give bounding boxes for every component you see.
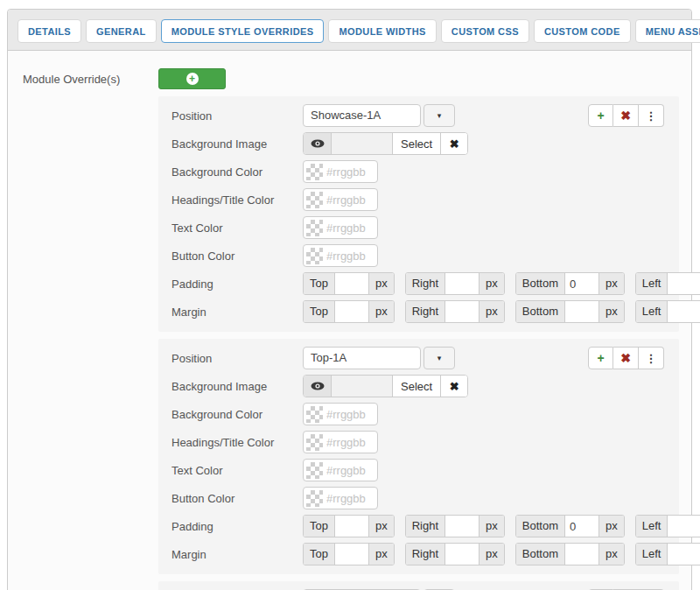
- color-swatch: [306, 220, 323, 236]
- preview-button[interactable]: [304, 133, 332, 154]
- move-row-button[interactable]: ⋮: [639, 104, 664, 127]
- color-swatch: [306, 406, 323, 423]
- margin-left-group: Left px: [635, 543, 700, 565]
- padding-bottom-input[interactable]: [565, 273, 598, 294]
- margin-bottom-group: Bottom px: [515, 543, 625, 565]
- padding-bottom-input[interactable]: [565, 516, 598, 537]
- button-color-input[interactable]: [326, 492, 375, 505]
- row-actions: + ✖ ⋮: [588, 104, 664, 127]
- margin-left-input[interactable]: [668, 544, 700, 565]
- background-color-input[interactable]: [326, 408, 375, 421]
- margin-bottom-input[interactable]: [565, 301, 598, 322]
- tab-module-style-overrides[interactable]: MODULE STYLE OVERRIDES: [161, 19, 325, 43]
- tab-custom-css[interactable]: CUSTOM CSS: [441, 19, 529, 43]
- background-image-input[interactable]: [332, 376, 393, 397]
- background-color-row: Background Color: [172, 403, 664, 425]
- padding-left-input[interactable]: [668, 273, 700, 294]
- margin-bottom-input[interactable]: [565, 544, 598, 565]
- clear-image-button[interactable]: ✖: [441, 133, 467, 154]
- margin-top-input[interactable]: [335, 544, 368, 565]
- select-image-button[interactable]: Select: [393, 133, 441, 154]
- padding-top-input[interactable]: [335, 516, 368, 537]
- add-row-button[interactable]: +: [588, 347, 613, 369]
- select-image-button[interactable]: Select: [393, 376, 441, 397]
- padding-left-input[interactable]: [668, 516, 700, 537]
- background-image-row: Background Image Select ✖: [172, 375, 664, 397]
- bottom-addon: Bottom: [516, 544, 565, 565]
- text-color-input[interactable]: [326, 221, 375, 235]
- background-color-field[interactable]: [303, 403, 378, 425]
- add-override-button[interactable]: +: [158, 68, 226, 89]
- tab-content: Module Override(s) + Position Showcase-1…: [8, 51, 691, 590]
- override-panel: Position Top-2A ▾ + ✖ ⋮: [158, 581, 679, 590]
- headings-title-color-field[interactable]: [303, 188, 378, 211]
- override-panel: Position Showcase-1A ▾ + ✖ ⋮ Background …: [158, 96, 679, 332]
- padding-top-input[interactable]: [335, 273, 368, 294]
- padding-right-input[interactable]: [445, 273, 479, 294]
- clear-x-icon: ✖: [450, 380, 459, 393]
- delete-x-icon: ✖: [620, 351, 631, 365]
- px-addon: px: [368, 544, 394, 565]
- margin-left-input[interactable]: [668, 301, 700, 322]
- background-color-field[interactable]: [303, 160, 378, 183]
- position-row: Position Showcase-1A ▾ + ✖ ⋮: [172, 104, 664, 127]
- text-color-row: Text Color: [172, 216, 664, 239]
- text-color-input[interactable]: [326, 464, 375, 477]
- tab-module-widths[interactable]: MODULE WIDTHS: [328, 19, 436, 43]
- move-row-button[interactable]: ⋮: [639, 347, 664, 369]
- plus-icon: +: [597, 109, 604, 123]
- padding-inputs: Top px Right px Bottom px: [303, 272, 700, 295]
- margin-top-input[interactable]: [335, 301, 368, 322]
- text-color-row: Text Color: [172, 459, 664, 481]
- background-color-input[interactable]: [326, 165, 375, 179]
- headings-title-color-field[interactable]: [303, 431, 378, 453]
- position-select[interactable]: Top-1A: [303, 347, 421, 369]
- margin-label: Margin: [172, 306, 303, 319]
- button-color-field[interactable]: [303, 244, 378, 267]
- text-color-label: Text Color: [172, 464, 303, 477]
- px-addon: px: [368, 273, 394, 294]
- top-addon: Top: [304, 516, 335, 537]
- tab-details[interactable]: DETAILS: [18, 19, 81, 43]
- vertical-dots-icon: ⋮: [646, 352, 657, 365]
- clear-image-button[interactable]: ✖: [441, 376, 467, 397]
- position-select-caret-button[interactable]: ▾: [424, 347, 455, 369]
- px-addon: px: [479, 273, 504, 294]
- position-select-caret-button[interactable]: ▾: [424, 104, 455, 127]
- headings-title-color-input[interactable]: [326, 436, 375, 449]
- color-swatch: [306, 164, 323, 180]
- margin-right-input[interactable]: [445, 544, 479, 565]
- padding-right-group: Right px: [405, 272, 505, 295]
- tab-bar: DETAILS GENERAL MODULE STYLE OVERRIDES M…: [8, 10, 691, 51]
- margin-inputs: Top px Right px Bottom px: [303, 543, 700, 565]
- text-color-field[interactable]: [303, 459, 378, 481]
- headings-title-color-row: Headings/Title Color: [172, 188, 664, 211]
- px-addon: px: [598, 301, 624, 322]
- padding-left-group: Left px: [635, 272, 700, 295]
- padding-right-input[interactable]: [445, 516, 479, 537]
- eye-icon: [311, 139, 325, 148]
- add-row-button[interactable]: +: [588, 104, 613, 127]
- text-color-field[interactable]: [303, 216, 378, 239]
- background-image-label: Background Image: [172, 137, 303, 151]
- px-addon: px: [479, 301, 504, 322]
- tab-custom-code[interactable]: CUSTOM CODE: [534, 19, 631, 43]
- tab-general[interactable]: GENERAL: [86, 19, 157, 43]
- headings-title-color-label: Headings/Title Color: [172, 436, 303, 449]
- position-row: Position Top-1A ▾ + ✖ ⋮: [172, 347, 664, 369]
- chevron-down-icon: ▾: [438, 111, 442, 120]
- position-select[interactable]: Showcase-1A: [303, 104, 421, 127]
- background-image-input[interactable]: [332, 133, 393, 154]
- padding-top-group: Top px: [303, 272, 395, 295]
- headings-title-color-input[interactable]: [326, 193, 375, 207]
- button-color-input[interactable]: [326, 249, 375, 263]
- button-color-field[interactable]: [303, 487, 378, 509]
- px-addon: px: [368, 516, 394, 537]
- preview-button[interactable]: [304, 376, 332, 397]
- delete-row-button[interactable]: ✖: [613, 347, 639, 369]
- delete-row-button[interactable]: ✖: [613, 104, 639, 127]
- margin-top-group: Top px: [303, 543, 395, 565]
- tab-menu-assignment[interactable]: MENU ASSIGNMENT: [635, 19, 700, 43]
- margin-label: Margin: [172, 548, 303, 561]
- margin-right-input[interactable]: [445, 301, 479, 322]
